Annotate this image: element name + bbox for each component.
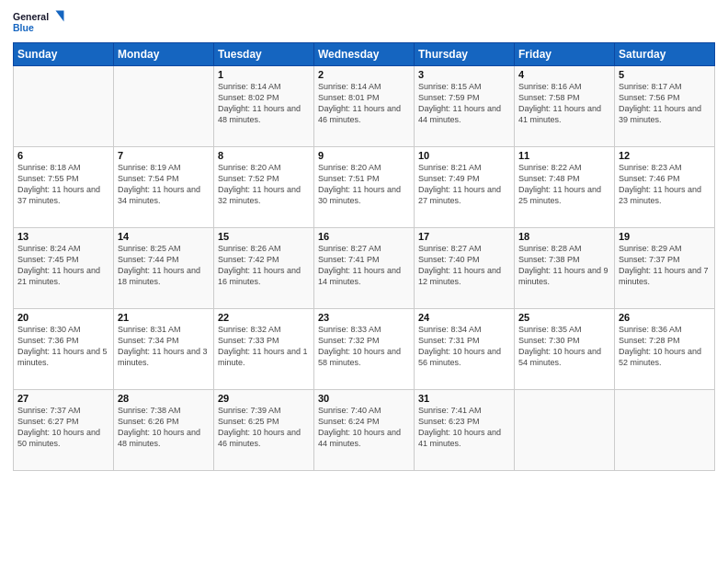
day-number: 18: [518, 231, 610, 242]
calendar-cell: 28Sunrise: 7:38 AM Sunset: 6:26 PM Dayli…: [114, 390, 214, 471]
calendar-cell: [14, 66, 114, 147]
weekday-header-sunday: Sunday: [14, 43, 114, 66]
weekday-header-thursday: Thursday: [415, 43, 515, 66]
svg-marker-2: [56, 11, 64, 22]
day-number: 11: [518, 150, 610, 161]
day-number: 15: [218, 231, 310, 242]
day-number: 21: [118, 312, 210, 323]
calendar-cell: [515, 390, 615, 471]
day-number: 20: [17, 312, 109, 323]
day-detail: Sunrise: 7:41 AM Sunset: 6:23 PM Dayligh…: [418, 405, 510, 450]
day-detail: Sunrise: 8:20 AM Sunset: 7:51 PM Dayligh…: [318, 162, 410, 207]
svg-text:General: General: [13, 11, 49, 22]
calendar-cell: 22Sunrise: 8:32 AM Sunset: 7:33 PM Dayli…: [214, 309, 314, 390]
weekday-header-tuesday: Tuesday: [214, 43, 314, 66]
calendar-cell: 14Sunrise: 8:25 AM Sunset: 7:44 PM Dayli…: [114, 228, 214, 309]
calendar-cell: 8Sunrise: 8:20 AM Sunset: 7:52 PM Daylig…: [214, 147, 314, 228]
day-detail: Sunrise: 8:27 AM Sunset: 7:40 PM Dayligh…: [418, 243, 510, 288]
calendar-cell: 7Sunrise: 8:19 AM Sunset: 7:54 PM Daylig…: [114, 147, 214, 228]
day-detail: Sunrise: 8:36 AM Sunset: 7:28 PM Dayligh…: [619, 324, 711, 369]
calendar-cell: [114, 66, 214, 147]
calendar-cell: 13Sunrise: 8:24 AM Sunset: 7:45 PM Dayli…: [14, 228, 114, 309]
calendar-week-4: 20Sunrise: 8:30 AM Sunset: 7:36 PM Dayli…: [14, 309, 715, 390]
day-detail: Sunrise: 8:22 AM Sunset: 7:48 PM Dayligh…: [518, 162, 610, 207]
calendar-container: GeneralBlue SundayMondayTuesdayWednesday…: [0, 0, 728, 563]
day-detail: Sunrise: 7:39 AM Sunset: 6:25 PM Dayligh…: [218, 405, 310, 450]
day-number: 10: [418, 150, 510, 161]
day-number: 9: [318, 150, 410, 161]
calendar-cell: 3Sunrise: 8:15 AM Sunset: 7:59 PM Daylig…: [415, 66, 515, 147]
header: GeneralBlue: [13, 9, 715, 37]
calendar-cell: 12Sunrise: 8:23 AM Sunset: 7:46 PM Dayli…: [615, 147, 715, 228]
day-number: 30: [318, 393, 410, 404]
calendar-cell: 16Sunrise: 8:27 AM Sunset: 7:41 PM Dayli…: [314, 228, 415, 309]
weekday-header-wednesday: Wednesday: [314, 43, 415, 66]
day-number: 22: [218, 312, 310, 323]
day-number: 5: [619, 69, 711, 80]
day-number: 8: [218, 150, 310, 161]
day-detail: Sunrise: 8:30 AM Sunset: 7:36 PM Dayligh…: [17, 324, 109, 369]
calendar-cell: 24Sunrise: 8:34 AM Sunset: 7:31 PM Dayli…: [415, 309, 515, 390]
svg-text:Blue: Blue: [13, 22, 34, 33]
logo: GeneralBlue: [13, 9, 68, 37]
calendar-week-5: 27Sunrise: 7:37 AM Sunset: 6:27 PM Dayli…: [14, 390, 715, 471]
day-detail: Sunrise: 7:38 AM Sunset: 6:26 PM Dayligh…: [118, 405, 210, 450]
day-number: 28: [118, 393, 210, 404]
calendar-cell: 23Sunrise: 8:33 AM Sunset: 7:32 PM Dayli…: [314, 309, 415, 390]
day-detail: Sunrise: 8:17 AM Sunset: 7:56 PM Dayligh…: [619, 81, 711, 126]
day-number: 4: [518, 69, 610, 80]
day-detail: Sunrise: 8:18 AM Sunset: 7:55 PM Dayligh…: [17, 162, 109, 207]
calendar-cell: 6Sunrise: 8:18 AM Sunset: 7:55 PM Daylig…: [14, 147, 114, 228]
calendar-cell: 25Sunrise: 8:35 AM Sunset: 7:30 PM Dayli…: [515, 309, 615, 390]
day-detail: Sunrise: 8:14 AM Sunset: 8:01 PM Dayligh…: [318, 81, 410, 126]
day-number: 26: [619, 312, 711, 323]
day-detail: Sunrise: 8:29 AM Sunset: 7:37 PM Dayligh…: [619, 243, 711, 288]
day-number: 6: [17, 150, 109, 161]
day-detail: Sunrise: 8:19 AM Sunset: 7:54 PM Dayligh…: [118, 162, 210, 207]
calendar-cell: 2Sunrise: 8:14 AM Sunset: 8:01 PM Daylig…: [314, 66, 415, 147]
calendar-cell: 17Sunrise: 8:27 AM Sunset: 7:40 PM Dayli…: [415, 228, 515, 309]
day-detail: Sunrise: 8:15 AM Sunset: 7:59 PM Dayligh…: [418, 81, 510, 126]
day-detail: Sunrise: 8:25 AM Sunset: 7:44 PM Dayligh…: [118, 243, 210, 288]
day-detail: Sunrise: 7:40 AM Sunset: 6:24 PM Dayligh…: [318, 405, 410, 450]
day-detail: Sunrise: 8:28 AM Sunset: 7:38 PM Dayligh…: [518, 243, 610, 288]
day-number: 17: [418, 231, 510, 242]
logo-icon: GeneralBlue: [13, 9, 68, 37]
day-detail: Sunrise: 8:14 AM Sunset: 8:02 PM Dayligh…: [218, 81, 310, 126]
calendar-week-2: 6Sunrise: 8:18 AM Sunset: 7:55 PM Daylig…: [14, 147, 715, 228]
calendar-cell: 11Sunrise: 8:22 AM Sunset: 7:48 PM Dayli…: [515, 147, 615, 228]
calendar-cell: 21Sunrise: 8:31 AM Sunset: 7:34 PM Dayli…: [114, 309, 214, 390]
calendar-cell: 18Sunrise: 8:28 AM Sunset: 7:38 PM Dayli…: [515, 228, 615, 309]
day-number: 27: [17, 393, 109, 404]
day-number: 29: [218, 393, 310, 404]
calendar-cell: 1Sunrise: 8:14 AM Sunset: 8:02 PM Daylig…: [214, 66, 314, 147]
calendar-cell: 26Sunrise: 8:36 AM Sunset: 7:28 PM Dayli…: [615, 309, 715, 390]
calendar-week-1: 1Sunrise: 8:14 AM Sunset: 8:02 PM Daylig…: [14, 66, 715, 147]
day-detail: Sunrise: 8:31 AM Sunset: 7:34 PM Dayligh…: [118, 324, 210, 369]
day-number: 1: [218, 69, 310, 80]
calendar-cell: 10Sunrise: 8:21 AM Sunset: 7:49 PM Dayli…: [415, 147, 515, 228]
day-number: 25: [518, 312, 610, 323]
day-number: 19: [619, 231, 711, 242]
day-detail: Sunrise: 8:16 AM Sunset: 7:58 PM Dayligh…: [518, 81, 610, 126]
calendar-cell: [615, 390, 715, 471]
day-detail: Sunrise: 8:27 AM Sunset: 7:41 PM Dayligh…: [318, 243, 410, 288]
calendar-cell: 30Sunrise: 7:40 AM Sunset: 6:24 PM Dayli…: [314, 390, 415, 471]
calendar-cell: 19Sunrise: 8:29 AM Sunset: 7:37 PM Dayli…: [615, 228, 715, 309]
calendar-header-row: SundayMondayTuesdayWednesdayThursdayFrid…: [14, 43, 715, 66]
weekday-header-saturday: Saturday: [615, 43, 715, 66]
day-detail: Sunrise: 8:32 AM Sunset: 7:33 PM Dayligh…: [218, 324, 310, 369]
day-number: 24: [418, 312, 510, 323]
day-detail: Sunrise: 8:20 AM Sunset: 7:52 PM Dayligh…: [218, 162, 310, 207]
day-detail: Sunrise: 7:37 AM Sunset: 6:27 PM Dayligh…: [17, 405, 109, 450]
weekday-header-monday: Monday: [114, 43, 214, 66]
day-number: 31: [418, 393, 510, 404]
calendar-cell: 20Sunrise: 8:30 AM Sunset: 7:36 PM Dayli…: [14, 309, 114, 390]
day-detail: Sunrise: 8:26 AM Sunset: 7:42 PM Dayligh…: [218, 243, 310, 288]
calendar-cell: 31Sunrise: 7:41 AM Sunset: 6:23 PM Dayli…: [415, 390, 515, 471]
day-number: 23: [318, 312, 410, 323]
day-detail: Sunrise: 8:21 AM Sunset: 7:49 PM Dayligh…: [418, 162, 510, 207]
day-number: 3: [418, 69, 510, 80]
day-number: 12: [619, 150, 711, 161]
calendar-cell: 15Sunrise: 8:26 AM Sunset: 7:42 PM Dayli…: [214, 228, 314, 309]
